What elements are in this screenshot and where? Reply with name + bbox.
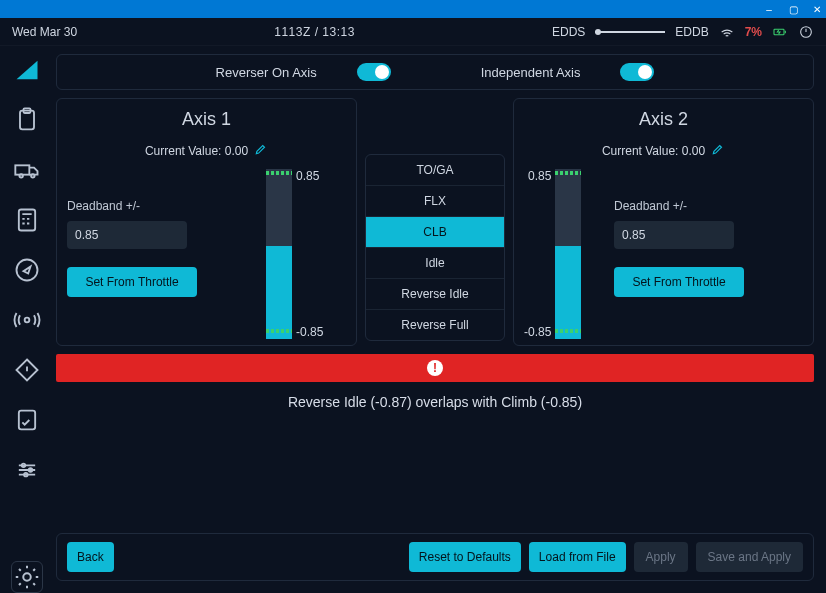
route-progress-icon (595, 31, 665, 33)
power-icon[interactable] (798, 24, 814, 40)
svg-point-9 (25, 318, 30, 323)
error-message: Reverse Idle (-0.87) overlaps with Climb… (56, 390, 814, 412)
sliders-icon[interactable] (13, 456, 41, 484)
axis1-gauge-top-label: 0.85 (296, 169, 323, 183)
detent-reverse-idle[interactable]: Reverse Idle (366, 279, 504, 310)
svg-point-14 (23, 573, 31, 581)
axis2-gauge-bottom-label: -0.85 (524, 325, 551, 339)
independent-toggle-label: Independent Axis (481, 65, 581, 80)
reverser-toggle[interactable] (357, 63, 391, 81)
axis2-panel: Axis 2 Current Value: 0.00 Deadband +/- … (513, 98, 814, 346)
calculator-icon[interactable] (13, 206, 41, 234)
load-from-file-button[interactable]: Load from File (529, 542, 626, 572)
compass-icon[interactable] (13, 256, 41, 284)
route-departure: EDDS (552, 25, 585, 39)
topbar-date: Wed Mar 30 (12, 25, 77, 39)
detent-flx[interactable]: FLX (366, 186, 504, 217)
axis2-gauge-top-label: 0.85 (524, 169, 551, 183)
topbar-time: 1113Z / 13:13 (77, 25, 552, 39)
truck-icon[interactable] (13, 156, 41, 184)
topbar: Wed Mar 30 1113Z / 13:13 EDDS EDDB 7% (0, 18, 826, 46)
back-button[interactable]: Back (67, 542, 114, 572)
axis1-gauge-bottom-label: -0.85 (296, 325, 323, 339)
axis1-set-from-throttle-button[interactable]: Set From Throttle (67, 267, 197, 297)
axis1-deadband-input[interactable] (67, 221, 187, 249)
error-banner: ! (56, 354, 814, 382)
window-titlebar: – ▢ ✕ (0, 0, 826, 18)
svg-point-8 (17, 260, 38, 281)
detent-toga[interactable]: TO/GA (366, 155, 504, 186)
axis1-deadband-label: Deadband +/- (67, 199, 256, 213)
toggle-row: Reverser On Axis Independent Axis (56, 54, 814, 90)
broadcast-icon[interactable] (13, 306, 41, 334)
svg-rect-4 (15, 165, 29, 174)
detent-reverse-full[interactable]: Reverse Full (366, 310, 504, 340)
detent-idle[interactable]: Idle (366, 248, 504, 279)
reset-defaults-button[interactable]: Reset to Defaults (409, 542, 521, 572)
axis1-current-value: Current Value: 0.00 (145, 144, 248, 158)
detent-clb[interactable]: CLB (366, 217, 504, 248)
svg-rect-7 (19, 210, 35, 231)
battery-charging-icon (772, 24, 788, 40)
pencil-icon[interactable] (711, 142, 725, 159)
axis1-title: Axis 1 (182, 109, 231, 130)
clipboard-icon[interactable] (13, 106, 41, 134)
axis2-set-from-throttle-button[interactable]: Set From Throttle (614, 267, 744, 297)
error-icon: ! (427, 360, 443, 376)
window-close-icon[interactable]: ✕ (812, 4, 822, 14)
svg-point-5 (19, 174, 23, 178)
sidebar (0, 46, 54, 593)
battery-percent: 7% (745, 25, 762, 39)
axis2-deadband-label: Deadband +/- (614, 199, 687, 213)
apply-button[interactable]: Apply (634, 542, 688, 572)
route-arrival: EDDB (675, 25, 708, 39)
save-and-apply-button[interactable]: Save and Apply (696, 542, 803, 572)
pencil-icon[interactable] (254, 142, 268, 159)
app-logo-icon[interactable] (13, 56, 41, 84)
axis2-current-value: Current Value: 0.00 (602, 144, 705, 158)
independent-toggle[interactable] (620, 63, 654, 81)
window-maximize-icon[interactable]: ▢ (788, 4, 798, 14)
window-minimize-icon[interactable]: – (764, 4, 774, 14)
detent-list: TO/GA FLX CLB Idle Reverse Idle Reverse … (365, 154, 505, 341)
alert-diamond-icon[interactable] (13, 356, 41, 384)
axis1-gauge (266, 169, 292, 339)
axis1-panel: Axis 1 Current Value: 0.00 Deadband +/- … (56, 98, 357, 346)
axis2-deadband-input[interactable] (614, 221, 734, 249)
svg-rect-10 (19, 411, 35, 430)
axis2-gauge (555, 169, 581, 339)
wifi-icon (719, 24, 735, 40)
bottom-bar: Back Reset to Defaults Load from File Ap… (56, 533, 814, 581)
axis2-title: Axis 2 (639, 109, 688, 130)
reverser-toggle-label: Reverser On Axis (216, 65, 317, 80)
checklist-icon[interactable] (13, 406, 41, 434)
gear-icon[interactable] (11, 561, 43, 593)
svg-point-6 (31, 174, 35, 178)
